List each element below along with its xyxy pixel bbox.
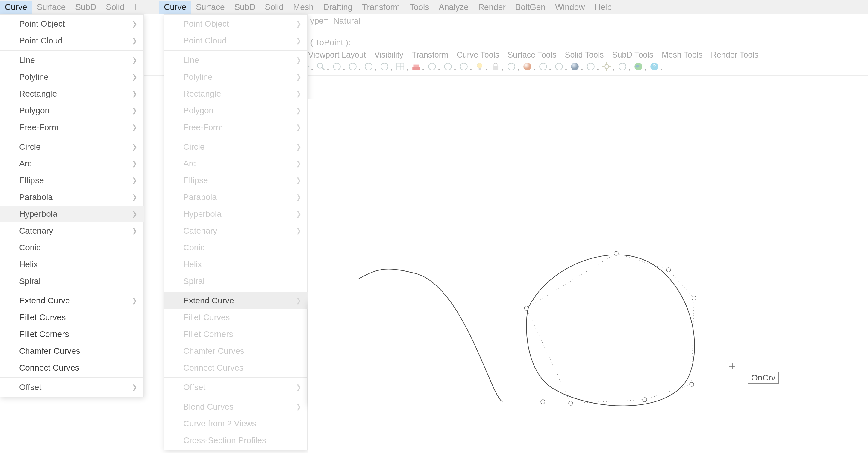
menuitem-fillet-curves[interactable]: Fillet Curves bbox=[164, 309, 308, 326]
zoom-in-icon[interactable] bbox=[315, 61, 327, 72]
menuitem-offset[interactable]: Offset❯ bbox=[164, 379, 308, 396]
menu-help[interactable]: Help bbox=[590, 1, 617, 14]
sun-icon-dropdown[interactable]: ▾ bbox=[597, 68, 598, 72]
cplane-icon[interactable] bbox=[395, 61, 406, 72]
settings-gear-icon-dropdown[interactable]: ▾ bbox=[613, 68, 614, 72]
menuitem-catenary[interactable]: Catenary❯ bbox=[0, 223, 144, 239]
settings-gear-icon[interactable] bbox=[601, 61, 612, 72]
menuitem-chamfer-curves[interactable]: Chamfer Curves bbox=[0, 343, 144, 360]
menuitem-conic[interactable]: Conic bbox=[164, 239, 308, 256]
menuitem-parabola[interactable]: Parabola❯ bbox=[164, 189, 308, 206]
menuitem-rectangle[interactable]: Rectangle❯ bbox=[0, 85, 144, 102]
layer-box-icon[interactable] bbox=[506, 61, 517, 72]
earth-icon-dropdown[interactable]: ▾ bbox=[645, 68, 646, 72]
tab-surface-tools[interactable]: Surface Tools bbox=[507, 50, 556, 60]
menu-curve[interactable]: Curve bbox=[0, 1, 32, 14]
menuitem-point-object[interactable]: Point Object❯ bbox=[0, 16, 144, 32]
menuitem-spiral[interactable]: Spiral bbox=[164, 273, 308, 290]
perspective-icon-dropdown[interactable]: ▾ bbox=[438, 68, 440, 72]
menuitem-ellipse[interactable]: Ellipse❯ bbox=[164, 172, 308, 189]
zoom-in-icon-dropdown[interactable]: ▾ bbox=[327, 68, 329, 72]
named-view-icon-dropdown[interactable]: ▾ bbox=[423, 68, 424, 72]
menuitem-chamfer-curves[interactable]: Chamfer Curves bbox=[164, 343, 308, 360]
menuitem-conic[interactable]: Conic bbox=[0, 239, 144, 256]
menu-surface[interactable]: Surface bbox=[32, 1, 71, 14]
cplane-icon-dropdown[interactable]: ▾ bbox=[407, 68, 408, 72]
menuitem-helix[interactable]: Helix bbox=[0, 256, 144, 273]
menuitem-connect-curves[interactable]: Connect Curves bbox=[164, 360, 308, 376]
zoom-window-icon[interactable] bbox=[331, 61, 343, 72]
bulb-icon[interactable] bbox=[474, 61, 485, 72]
menu-tools[interactable]: Tools bbox=[405, 1, 434, 14]
render-sphere-icon-dropdown[interactable]: ▾ bbox=[581, 68, 583, 72]
lock-icon[interactable] bbox=[490, 61, 501, 72]
menuitem-circle[interactable]: Circle❯ bbox=[164, 139, 308, 155]
menuitem-arc[interactable]: Arc❯ bbox=[164, 155, 308, 172]
menuitem-extend-curve[interactable]: Extend Curve❯ bbox=[0, 292, 144, 309]
move-icon-dropdown[interactable]: ▾ bbox=[311, 68, 313, 72]
menuitem-point-object[interactable]: Point Object❯ bbox=[164, 16, 308, 32]
menuitem-polyline[interactable]: Polyline❯ bbox=[0, 69, 144, 85]
menuitem-free-form[interactable]: Free-Form❯ bbox=[0, 119, 144, 136]
bulb-icon-dropdown[interactable]: ▾ bbox=[486, 68, 488, 72]
menuitem-fillet-corners[interactable]: Fillet Corners bbox=[164, 326, 308, 343]
ortho-icon[interactable] bbox=[442, 61, 454, 72]
tab-mesh-tools[interactable]: Mesh Tools bbox=[662, 50, 703, 60]
zoom-window-icon-dropdown[interactable]: ▾ bbox=[343, 68, 345, 72]
menu-boltgen[interactable]: BoltGen bbox=[510, 1, 550, 14]
perspective-icon[interactable] bbox=[426, 61, 438, 72]
menuitem-fillet-corners[interactable]: Fillet Corners bbox=[0, 326, 144, 343]
menu-surface[interactable]: Surface bbox=[191, 1, 230, 14]
zoom-extents-icon-dropdown[interactable]: ▾ bbox=[375, 68, 376, 72]
lock-icon-dropdown[interactable]: ▾ bbox=[502, 68, 503, 72]
ghosted-sphere-icon[interactable] bbox=[537, 61, 549, 72]
tab-visibility[interactable]: Visibility bbox=[374, 50, 403, 60]
zoom-dynamic-icon[interactable] bbox=[347, 61, 359, 72]
earth-icon[interactable] bbox=[633, 61, 644, 72]
shade-flat-icon-dropdown[interactable]: ▾ bbox=[470, 68, 472, 72]
menuitem-rectangle[interactable]: Rectangle❯ bbox=[164, 85, 308, 102]
sun-icon[interactable] bbox=[585, 61, 596, 72]
menu-solid[interactable]: Solid bbox=[101, 1, 129, 14]
zoom-dynamic-icon-dropdown[interactable]: ▾ bbox=[359, 68, 361, 72]
menuitem-polygon[interactable]: Polygon❯ bbox=[164, 102, 308, 119]
wireframe-sphere-icon-dropdown[interactable]: ▾ bbox=[565, 68, 567, 72]
menuitem-spiral[interactable]: Spiral bbox=[0, 273, 144, 290]
tab-viewport-layout[interactable]: Viewport Layout bbox=[308, 50, 366, 60]
menuitem-circle[interactable]: Circle❯ bbox=[0, 139, 144, 155]
menuitem-polyline[interactable]: Polyline❯ bbox=[164, 69, 308, 85]
menu-window[interactable]: Window bbox=[550, 1, 590, 14]
menuitem-point-cloud[interactable]: Point Cloud❯ bbox=[0, 32, 144, 49]
menu-subd[interactable]: SubD bbox=[230, 1, 260, 14]
tab-render-tools[interactable]: Render Tools bbox=[711, 50, 758, 60]
wireframe-sphere-icon[interactable] bbox=[553, 61, 565, 72]
undo-view-icon[interactable] bbox=[379, 61, 390, 72]
render-sphere-icon[interactable] bbox=[569, 61, 581, 72]
menuitem-line[interactable]: Line❯ bbox=[164, 52, 308, 69]
tab-subd-tools[interactable]: SubD Tools bbox=[612, 50, 653, 60]
menuitem-ellipse[interactable]: Ellipse❯ bbox=[0, 172, 144, 189]
menuitem-point-cloud[interactable]: Point Cloud❯ bbox=[164, 32, 308, 49]
construction-plane-icon-dropdown[interactable]: ▾ bbox=[629, 68, 630, 72]
menuitem-free-form[interactable]: Free-Form❯ bbox=[164, 119, 308, 136]
named-view-icon[interactable] bbox=[410, 61, 422, 72]
menu-render[interactable]: Render bbox=[473, 1, 510, 14]
menuitem-hyperbola[interactable]: Hyperbola❯ bbox=[0, 206, 144, 223]
undo-view-icon-dropdown[interactable]: ▾ bbox=[391, 68, 392, 72]
help-icon-dropdown[interactable]: ▾ bbox=[660, 68, 662, 72]
layer-box-icon-dropdown[interactable]: ▾ bbox=[518, 68, 519, 72]
tab-transform[interactable]: Transform bbox=[412, 50, 448, 60]
menu-curve[interactable]: Curve bbox=[159, 1, 191, 14]
menuitem-fillet-curves[interactable]: Fillet Curves bbox=[0, 309, 144, 326]
menu-transform[interactable]: Transform bbox=[357, 1, 405, 14]
menuitem-cross-section-profiles[interactable]: Cross-Section Profiles bbox=[164, 432, 308, 449]
menuitem-helix[interactable]: Helix bbox=[164, 256, 308, 273]
shade-flat-icon[interactable] bbox=[458, 61, 469, 72]
menu-analyze[interactable]: Analyze bbox=[434, 1, 473, 14]
tab-curve-tools[interactable]: Curve Tools bbox=[457, 50, 499, 60]
menu-subd[interactable]: SubD bbox=[70, 1, 101, 14]
menu-mesh[interactable]: Mesh bbox=[288, 1, 318, 14]
ortho-icon-dropdown[interactable]: ▾ bbox=[454, 68, 456, 72]
menuitem-catenary[interactable]: Catenary❯ bbox=[164, 223, 308, 239]
menuitem-curve-from-2-views[interactable]: Curve from 2 Views bbox=[164, 415, 308, 432]
